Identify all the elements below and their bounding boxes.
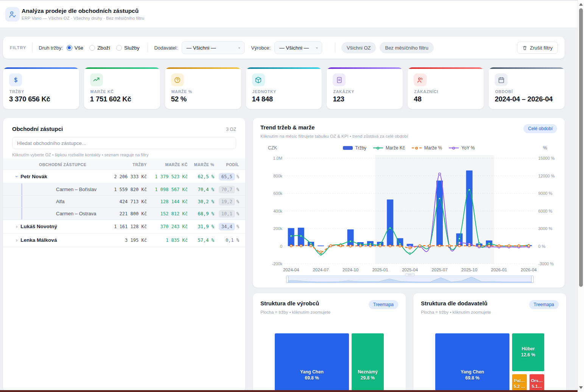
cell-marze_kc: 370 243 Kč	[151, 220, 192, 233]
suppliers-treemap: Yang Chen69.8 %Hüber12.6 %Pal…5.2 …Ors…5…	[435, 333, 544, 392]
x-axis-tick[interactable]: 2025-07	[431, 268, 447, 272]
period-badge[interactable]: Celé období	[523, 124, 557, 133]
kpi-card-zak-zky[interactable]: ZAKÁZKY123	[327, 67, 403, 109]
contact-row[interactable]: Alfa424 713 Kč128 144 Kč30,2 %19,2%	[3, 196, 245, 208]
x-axis-tick[interactable]: 2025-10	[461, 268, 477, 272]
x-axis-tick[interactable]: 2026-01	[491, 268, 507, 272]
users-icon	[417, 76, 424, 84]
manufacturer-select[interactable]: — Všichni — ▾	[274, 41, 322, 54]
document-icon	[336, 76, 343, 84]
brush-grip[interactable]: •••	[405, 273, 415, 276]
revenue-type-option-služby[interactable]: Služby	[116, 45, 140, 51]
treemap-tile-percent: 29.8 %	[361, 375, 375, 381]
cell-marze_pct: 30,2 %	[192, 196, 219, 208]
brush-handle-left[interactable]	[286, 275, 288, 283]
chevron-right-icon[interactable]: ›	[16, 224, 17, 229]
window-bottom-edge	[0, 390, 578, 392]
bar-2025-02[interactable]	[387, 199, 393, 246]
left-axis-tick: 800k	[273, 174, 282, 178]
x-axis-tick[interactable]: 2024-10	[343, 268, 358, 272]
chevron-down-icon[interactable]: ›	[14, 176, 20, 177]
marze-pct-point	[439, 245, 441, 247]
treemap-tile-label: Pal…	[514, 378, 525, 384]
rep-row[interactable]: ›Petr Novák2 206 333 Kč1 379 523 Kč62,5 …	[3, 170, 245, 184]
clear-filters-button[interactable]: Zrušit filtry	[517, 42, 558, 54]
scrollbar-down-arrow[interactable]	[579, 386, 583, 389]
kpi-card-mar-e-k-[interactable]: MARŽE KČ1 751 602 Kč	[84, 67, 160, 109]
kpi-accent-bar	[408, 67, 484, 69]
kpi-card-obdob-[interactable]: OBDOBÍ2024-04 – 2026-04	[489, 67, 565, 109]
marze-pct-point	[379, 245, 382, 247]
x-axis-tick[interactable]: 2024-04	[283, 268, 299, 272]
kpi-card-z-kazn-ci[interactable]: ZÁKAZNÍCI48	[408, 67, 484, 109]
trend-up-icon	[93, 76, 100, 84]
supplier-select[interactable]: — Všichni — ▾	[182, 41, 245, 54]
legend-item-mar-e-[interactable]: Marže %	[412, 145, 442, 151]
kpi-label: OBDOBÍ	[495, 89, 513, 94]
legend-item-mar-e-k-[interactable]: Marže Kč	[373, 145, 405, 151]
podil-bar: 19,2	[219, 198, 235, 205]
kpi-label: MARŽE KČ	[90, 89, 114, 94]
treemap-tile-nezn-m-[interactable]: Neznámý29.8 %	[352, 333, 384, 392]
treemap-tile-label: Yang Chen	[300, 369, 324, 375]
x-axis-tick[interactable]: 2024-07	[313, 268, 329, 272]
revenue-type-option-zboží[interactable]: Zboží	[89, 45, 110, 51]
bar-2024-10[interactable]	[347, 229, 354, 246]
sales-reps-panel: Obchodní zástupci 3 OZ Kliknutím vyberte…	[3, 118, 245, 392]
treemap-tile-hüber[interactable]: Hüber12.6 %	[512, 333, 544, 371]
kpi-card-tr-by[interactable]: TRŽBY3 370 656 Kč	[3, 67, 79, 109]
treemap-tile-percent: 5.1…	[532, 384, 542, 389]
kpi-card-mar-e-[interactable]: MARŽE %52 %	[165, 67, 241, 109]
manufacturer-select-value: — Všichni —	[279, 45, 309, 51]
chevron-right-icon[interactable]: ›	[16, 237, 17, 243]
x-axis-tick[interactable]: 2025-01	[372, 268, 388, 272]
marze-pct-point	[339, 245, 342, 247]
left-axis-tick: -200k	[272, 261, 282, 266]
rep-row[interactable]: ›Lenka Málková3 195 Kč1 835 Kč57,4 %0,1 …	[3, 233, 245, 247]
time-range-brush[interactable]: •••	[286, 275, 534, 283]
treemap-tile-yang-chen[interactable]: Yang Chen69.8 %	[275, 333, 349, 392]
scrollbar-thumb[interactable]	[579, 8, 583, 287]
treemap-tile-percent: 5.2 …	[514, 384, 525, 389]
podil-bar: 65,5	[219, 173, 235, 180]
legend-item-yoy-[interactable]: YoY %	[449, 145, 475, 151]
revenue-type-option-vše[interactable]: Vše	[67, 45, 83, 51]
cell-podil: 19,2%	[219, 196, 245, 208]
contact-row[interactable]: Carmen – Bořislav1 559 820 Kč1 098 567 K…	[3, 184, 245, 196]
marze-pct-point	[369, 245, 372, 247]
rep-name: Alfa	[56, 199, 64, 204]
filter-chip[interactable]: Všichni OZ	[341, 42, 376, 53]
kpi-value: 2024-04 – 2026-04	[495, 95, 553, 103]
bar-2024-07[interactable]	[318, 246, 324, 246]
x-axis-tick[interactable]: 2026-04	[521, 268, 537, 272]
marze-pct-point	[389, 245, 391, 247]
vertical-scrollbar[interactable]	[578, 0, 584, 392]
cell-marze_kc: 128 144 Kč	[151, 196, 192, 208]
radio-label: Vše	[75, 45, 83, 51]
kpi-card-jednotky[interactable]: JEDNOTKY14 848	[246, 67, 322, 109]
bar-2025-07[interactable]	[436, 180, 443, 246]
legend-line-swatch	[373, 148, 383, 148]
treemap-tile-ors-[interactable]: Ors…5.1…	[529, 374, 544, 392]
brush-handle-right[interactable]	[531, 275, 534, 283]
x-axis-tick[interactable]: 2025-04	[402, 268, 418, 272]
marze-kc-point	[290, 235, 292, 237]
bar-2025-10[interactable]	[466, 171, 472, 246]
kpi-label: JEDNOTKY	[252, 89, 277, 94]
legend-item-tr-by[interactable]: Tržby	[343, 145, 367, 151]
rep-row[interactable]: ›Lukáš Novotný1 161 128 Kč370 243 Kč31,9…	[3, 220, 245, 233]
cell-marze_pct: 31,9 %	[192, 220, 219, 233]
treemap-tile-percent: 12.6 %	[521, 352, 535, 358]
indent-guide	[21, 196, 22, 207]
left-axis-tick: 0	[280, 244, 282, 249]
legend-label: Marže Kč	[386, 145, 405, 151]
marze-kc-point	[399, 243, 401, 244]
treemap-tile-pal-[interactable]: Pal…5.2 …	[512, 374, 527, 392]
marze-kc-point	[310, 243, 311, 244]
rep-name: Lukáš Novotný	[20, 224, 57, 229]
contact-row[interactable]: Carmen – Ostrava221 800 Kč152 812 Kč68,9…	[3, 208, 245, 220]
filter-chip[interactable]: Bez měsíčního filtru	[380, 42, 433, 53]
search-input[interactable]	[12, 137, 236, 149]
treemap-tile-yang-chen[interactable]: Yang Chen69.8 %	[435, 333, 509, 392]
scrollbar-up-arrow[interactable]	[579, 3, 583, 6]
